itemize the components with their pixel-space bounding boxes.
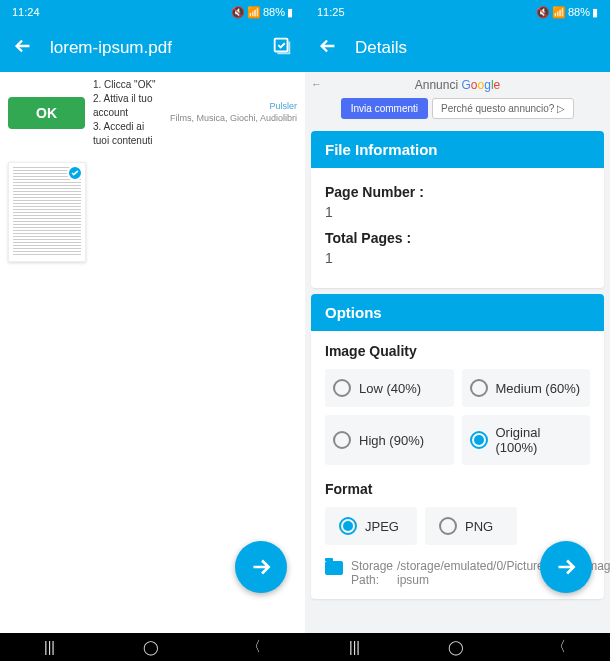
ad-brand: Pulsler Films, Musica, Giochi, Audiolibr… — [170, 101, 297, 124]
nav-home[interactable]: ◯ — [448, 639, 464, 655]
nav-recent[interactable]: ||| — [44, 639, 55, 655]
back-button[interactable] — [12, 35, 34, 61]
total-pages-value: 1 — [325, 250, 590, 266]
status-time: 11:24 — [12, 6, 40, 18]
ad-prefix: Annunci — [415, 78, 458, 92]
radio-icon — [439, 517, 457, 535]
google-logo: Google — [461, 78, 500, 92]
quality-original[interactable]: Original (100%) — [462, 415, 591, 465]
quality-low[interactable]: Low (40%) — [325, 369, 454, 407]
nav-back[interactable]: 〈 — [247, 638, 261, 656]
radio-icon — [333, 431, 351, 449]
page-title: lorem-ipsum.pdf — [50, 38, 255, 58]
signal-icon: 📶 — [552, 6, 566, 19]
page-thumbnail[interactable] — [8, 162, 86, 262]
battery-text: 88% — [568, 6, 590, 18]
status-time: 11:25 — [317, 6, 345, 18]
screen-details: 11:25 🔇 📶 88% ▮ Details ← Annunci Google… — [305, 0, 610, 633]
mute-icon: 🔇 — [231, 6, 245, 19]
convert-fab[interactable] — [540, 541, 592, 593]
page-number-label: Page Number : — [325, 184, 590, 200]
ad-why-button[interactable]: Perché questo annuncio? ▷ — [432, 98, 574, 119]
options-header: Options — [311, 294, 604, 331]
status-bar: 11:25 🔇 📶 88% ▮ — [305, 0, 610, 24]
file-info-header: File Information — [311, 131, 604, 168]
signal-icon: 📶 — [247, 6, 261, 19]
format-jpeg[interactable]: JPEG — [325, 507, 417, 545]
radio-icon — [333, 379, 351, 397]
storage-path-label: Storage Path: — [351, 559, 393, 587]
total-pages-label: Total Pages : — [325, 230, 590, 246]
page-number-value: 1 — [325, 204, 590, 220]
ad-ok-button[interactable]: OK — [8, 97, 85, 129]
quality-radio-group: Low (40%) Medium (60%) High (90%) Origin… — [325, 369, 590, 465]
radio-icon — [470, 431, 488, 449]
format-radio-group: JPEG PNG — [325, 507, 590, 545]
nav-home[interactable]: ◯ — [143, 639, 159, 655]
folder-icon — [325, 561, 343, 575]
next-fab[interactable] — [235, 541, 287, 593]
ad-text: 1. Clicca "OK" 2. Attiva il tuo account … — [93, 78, 162, 148]
thumbnail-preview — [13, 167, 81, 257]
status-icons: 🔇 📶 88% ▮ — [231, 6, 293, 19]
battery-icon: ▮ — [592, 6, 598, 19]
quality-high[interactable]: High (90%) — [325, 415, 454, 465]
page-thumbnails — [0, 154, 305, 270]
status-icons: 🔇 📶 88% ▮ — [536, 6, 598, 19]
android-nav-bar: ||| ◯ 〈 ||| ◯ 〈 — [0, 633, 610, 661]
google-ad: ← Annunci Google Invia commenti Perché q… — [305, 72, 610, 125]
radio-icon — [470, 379, 488, 397]
page-title: Details — [355, 38, 598, 58]
selected-check-icon — [67, 165, 83, 181]
select-all-icon[interactable] — [271, 35, 293, 61]
format-png[interactable]: PNG — [425, 507, 517, 545]
nav-recent[interactable]: ||| — [349, 639, 360, 655]
back-button[interactable] — [317, 35, 339, 61]
status-bar: 11:24 🔇 📶 88% ▮ — [0, 0, 305, 24]
svg-rect-0 — [275, 39, 288, 52]
nav-back[interactable]: 〈 — [552, 638, 566, 656]
screen-file-picker: 11:24 🔇 📶 88% ▮ lorem-ipsum.pdf ▷✕ OK — [0, 0, 305, 633]
app-bar: lorem-ipsum.pdf — [0, 24, 305, 72]
mute-icon: 🔇 — [536, 6, 550, 19]
format-label: Format — [325, 481, 590, 497]
radio-icon — [339, 517, 357, 535]
ad-feedback-button[interactable]: Invia commenti — [341, 98, 428, 119]
image-quality-label: Image Quality — [325, 343, 590, 359]
ad-banner[interactable]: ▷✕ OK 1. Clicca "OK" 2. Attiva il tuo ac… — [0, 72, 305, 154]
file-info-section: Page Number : 1 Total Pages : 1 — [311, 168, 604, 288]
battery-text: 88% — [263, 6, 285, 18]
ad-back-icon[interactable]: ← — [311, 78, 322, 90]
battery-icon: ▮ — [287, 6, 293, 19]
app-bar: Details — [305, 24, 610, 72]
quality-medium[interactable]: Medium (60%) — [462, 369, 591, 407]
